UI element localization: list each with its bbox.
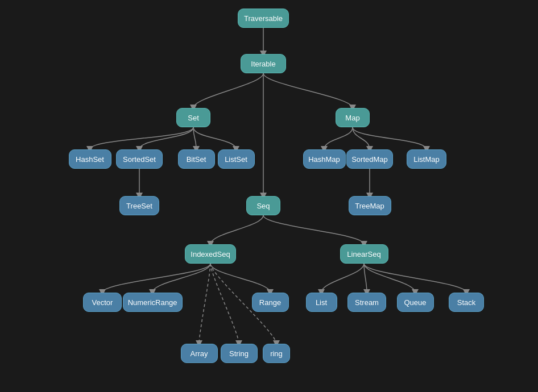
node-seq: Seq — [246, 196, 280, 215]
node-iterable: Iterable — [241, 54, 286, 73]
node-traversable: Traversable — [238, 9, 289, 28]
node-treemap: TreeMap — [349, 196, 391, 215]
node-list: List — [306, 293, 337, 312]
node-queue: Queue — [397, 293, 434, 312]
node-stringring: ring — [263, 344, 290, 363]
node-listset: ListSet — [218, 149, 255, 169]
node-hashmap: HashMap — [303, 149, 346, 169]
node-hashset: HashSet — [69, 149, 111, 169]
node-sortedset: SortedSet — [116, 149, 163, 169]
node-string: String — [221, 344, 258, 363]
node-set: Set — [176, 108, 210, 127]
node-bitset: BitSet — [178, 149, 215, 169]
node-stack: Stack — [449, 293, 484, 312]
node-numericrange: NumericRange — [123, 293, 183, 312]
node-linearseq: LinearSeq — [340, 244, 388, 264]
node-sortedmap: SortedMap — [346, 149, 393, 169]
node-map: Map — [336, 108, 370, 127]
node-stream: Stream — [347, 293, 386, 312]
diagram-container: TraversableIterableSetMapHashSetSortedSe… — [0, 0, 538, 392]
node-indexedseq: IndexedSeq — [185, 244, 236, 264]
node-treeset: TreeSet — [119, 196, 159, 215]
node-vector: Vector — [83, 293, 122, 312]
node-range: Range — [252, 293, 289, 312]
node-array: Array — [181, 344, 218, 363]
node-listmap: ListMap — [407, 149, 446, 169]
